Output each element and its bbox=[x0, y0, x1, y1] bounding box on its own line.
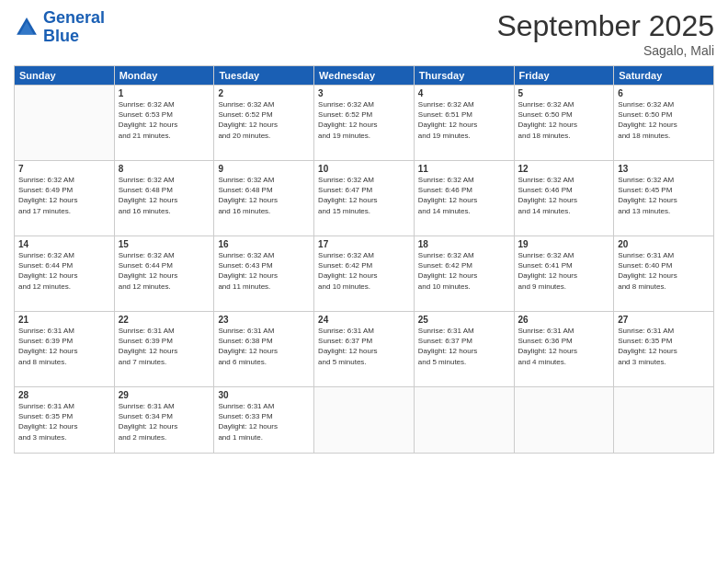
week-row-1: 7Sunrise: 6:32 AM Sunset: 6:49 PM Daylig… bbox=[15, 161, 714, 236]
day-cell bbox=[314, 387, 415, 454]
location: Sagalo, Mali bbox=[496, 43, 714, 58]
day-info: Sunrise: 6:32 AM Sunset: 6:48 PM Dayligh… bbox=[218, 175, 310, 216]
day-number: 3 bbox=[318, 88, 410, 98]
day-info: Sunrise: 6:31 AM Sunset: 6:36 PM Dayligh… bbox=[518, 326, 610, 367]
day-info: Sunrise: 6:31 AM Sunset: 6:35 PM Dayligh… bbox=[18, 401, 110, 442]
day-number: 27 bbox=[618, 315, 710, 325]
day-cell: 12Sunrise: 6:32 AM Sunset: 6:46 PM Dayli… bbox=[514, 161, 614, 236]
day-cell: 9Sunrise: 6:32 AM Sunset: 6:48 PM Daylig… bbox=[214, 161, 314, 236]
day-cell: 18Sunrise: 6:32 AM Sunset: 6:42 PM Dayli… bbox=[414, 236, 514, 312]
day-cell: 22Sunrise: 6:31 AM Sunset: 6:39 PM Dayli… bbox=[114, 312, 214, 387]
week-row-3: 21Sunrise: 6:31 AM Sunset: 6:39 PM Dayli… bbox=[15, 312, 714, 387]
day-cell: 3Sunrise: 6:32 AM Sunset: 6:52 PM Daylig… bbox=[314, 86, 415, 161]
col-tuesday: Tuesday bbox=[214, 66, 314, 86]
day-info: Sunrise: 6:32 AM Sunset: 6:43 PM Dayligh… bbox=[218, 250, 310, 292]
day-info: Sunrise: 6:32 AM Sunset: 6:52 PM Dayligh… bbox=[318, 99, 410, 141]
day-cell: 24Sunrise: 6:31 AM Sunset: 6:37 PM Dayli… bbox=[314, 312, 415, 387]
day-cell bbox=[514, 387, 614, 454]
day-info: Sunrise: 6:32 AM Sunset: 6:45 PM Dayligh… bbox=[618, 175, 710, 216]
day-number: 7 bbox=[18, 164, 110, 174]
day-info: Sunrise: 6:32 AM Sunset: 6:42 PM Dayligh… bbox=[318, 250, 410, 292]
day-cell: 15Sunrise: 6:32 AM Sunset: 6:44 PM Dayli… bbox=[114, 236, 214, 312]
day-number: 6 bbox=[618, 88, 710, 98]
day-number: 14 bbox=[18, 239, 110, 249]
col-sunday: Sunday bbox=[15, 66, 115, 86]
day-info: Sunrise: 6:31 AM Sunset: 6:39 PM Dayligh… bbox=[18, 326, 110, 367]
day-cell: 16Sunrise: 6:32 AM Sunset: 6:43 PM Dayli… bbox=[214, 236, 314, 312]
day-info: Sunrise: 6:31 AM Sunset: 6:38 PM Dayligh… bbox=[218, 326, 310, 367]
day-info: Sunrise: 6:31 AM Sunset: 6:39 PM Dayligh… bbox=[119, 326, 210, 367]
day-number: 17 bbox=[318, 239, 410, 249]
day-cell: 13Sunrise: 6:32 AM Sunset: 6:45 PM Dayli… bbox=[614, 161, 714, 236]
day-cell: 10Sunrise: 6:32 AM Sunset: 6:47 PM Dayli… bbox=[314, 161, 415, 236]
day-cell: 17Sunrise: 6:32 AM Sunset: 6:42 PM Dayli… bbox=[314, 236, 415, 312]
day-number: 21 bbox=[18, 315, 110, 325]
day-number: 22 bbox=[119, 315, 210, 325]
day-number: 30 bbox=[218, 390, 310, 400]
page: General Blue September 2025 Sagalo, Mali… bbox=[0, 0, 728, 563]
day-number: 25 bbox=[418, 315, 510, 325]
day-cell: 25Sunrise: 6:31 AM Sunset: 6:37 PM Dayli… bbox=[414, 312, 514, 387]
day-info: Sunrise: 6:32 AM Sunset: 6:51 PM Dayligh… bbox=[418, 99, 510, 141]
day-cell: 27Sunrise: 6:31 AM Sunset: 6:35 PM Dayli… bbox=[614, 312, 714, 387]
day-cell: 7Sunrise: 6:32 AM Sunset: 6:49 PM Daylig… bbox=[15, 161, 115, 236]
day-cell bbox=[414, 387, 514, 454]
day-number: 12 bbox=[518, 164, 610, 174]
day-cell: 14Sunrise: 6:32 AM Sunset: 6:44 PM Dayli… bbox=[15, 236, 115, 312]
day-cell: 6Sunrise: 6:32 AM Sunset: 6:50 PM Daylig… bbox=[614, 86, 714, 161]
day-cell: 28Sunrise: 6:31 AM Sunset: 6:35 PM Dayli… bbox=[15, 387, 115, 454]
col-thursday: Thursday bbox=[414, 66, 514, 86]
day-cell bbox=[614, 387, 714, 454]
day-number: 11 bbox=[418, 164, 510, 174]
day-info: Sunrise: 6:32 AM Sunset: 6:44 PM Dayligh… bbox=[119, 250, 210, 292]
day-number: 1 bbox=[119, 88, 210, 98]
day-number: 26 bbox=[518, 315, 610, 325]
calendar-table: Sunday Monday Tuesday Wednesday Thursday… bbox=[14, 65, 714, 454]
day-info: Sunrise: 6:31 AM Sunset: 6:37 PM Dayligh… bbox=[418, 326, 510, 367]
day-number: 16 bbox=[218, 239, 310, 249]
day-info: Sunrise: 6:31 AM Sunset: 6:37 PM Dayligh… bbox=[318, 326, 410, 367]
day-number: 8 bbox=[119, 164, 210, 174]
day-cell: 2Sunrise: 6:32 AM Sunset: 6:52 PM Daylig… bbox=[214, 86, 314, 161]
day-info: Sunrise: 6:32 AM Sunset: 6:48 PM Dayligh… bbox=[119, 175, 210, 216]
day-number: 23 bbox=[218, 315, 310, 325]
day-number: 19 bbox=[518, 239, 610, 249]
day-number: 28 bbox=[18, 390, 110, 400]
logo-text: General Blue bbox=[43, 9, 105, 46]
day-number: 9 bbox=[218, 164, 310, 174]
day-cell: 4Sunrise: 6:32 AM Sunset: 6:51 PM Daylig… bbox=[414, 86, 514, 161]
day-cell bbox=[15, 86, 115, 161]
col-friday: Friday bbox=[514, 66, 614, 86]
day-number: 24 bbox=[318, 315, 410, 325]
day-info: Sunrise: 6:32 AM Sunset: 6:52 PM Dayligh… bbox=[218, 99, 310, 141]
day-number: 29 bbox=[119, 390, 210, 400]
day-cell: 26Sunrise: 6:31 AM Sunset: 6:36 PM Dayli… bbox=[514, 312, 614, 387]
day-cell: 20Sunrise: 6:31 AM Sunset: 6:40 PM Dayli… bbox=[614, 236, 714, 312]
day-info: Sunrise: 6:32 AM Sunset: 6:50 PM Dayligh… bbox=[618, 99, 710, 141]
day-info: Sunrise: 6:32 AM Sunset: 6:46 PM Dayligh… bbox=[518, 175, 610, 216]
day-cell: 19Sunrise: 6:32 AM Sunset: 6:41 PM Dayli… bbox=[514, 236, 614, 312]
col-saturday: Saturday bbox=[614, 66, 714, 86]
day-info: Sunrise: 6:31 AM Sunset: 6:35 PM Dayligh… bbox=[618, 326, 710, 367]
day-number: 5 bbox=[518, 88, 610, 98]
day-cell: 30Sunrise: 6:31 AM Sunset: 6:33 PM Dayli… bbox=[214, 387, 314, 454]
col-wednesday: Wednesday bbox=[314, 66, 415, 86]
day-info: Sunrise: 6:31 AM Sunset: 6:40 PM Dayligh… bbox=[618, 250, 710, 292]
day-cell: 23Sunrise: 6:31 AM Sunset: 6:38 PM Dayli… bbox=[214, 312, 314, 387]
day-info: Sunrise: 6:32 AM Sunset: 6:44 PM Dayligh… bbox=[18, 250, 110, 292]
header-row: Sunday Monday Tuesday Wednesday Thursday… bbox=[15, 66, 714, 86]
day-number: 4 bbox=[418, 88, 510, 98]
day-info: Sunrise: 6:32 AM Sunset: 6:41 PM Dayligh… bbox=[518, 250, 610, 292]
week-row-4: 28Sunrise: 6:31 AM Sunset: 6:35 PM Dayli… bbox=[15, 387, 714, 454]
day-info: Sunrise: 6:32 AM Sunset: 6:42 PM Dayligh… bbox=[418, 250, 510, 292]
logo-line1: General bbox=[43, 8, 105, 27]
day-cell: 8Sunrise: 6:32 AM Sunset: 6:48 PM Daylig… bbox=[114, 161, 214, 236]
day-info: Sunrise: 6:31 AM Sunset: 6:34 PM Dayligh… bbox=[119, 401, 210, 442]
day-info: Sunrise: 6:31 AM Sunset: 6:33 PM Dayligh… bbox=[218, 401, 310, 442]
day-number: 18 bbox=[418, 239, 510, 249]
day-number: 2 bbox=[218, 88, 310, 98]
day-number: 15 bbox=[119, 239, 210, 249]
col-monday: Monday bbox=[114, 66, 214, 86]
header: General Blue September 2025 Sagalo, Mali bbox=[14, 9, 714, 58]
day-info: Sunrise: 6:32 AM Sunset: 6:53 PM Dayligh… bbox=[119, 99, 210, 141]
